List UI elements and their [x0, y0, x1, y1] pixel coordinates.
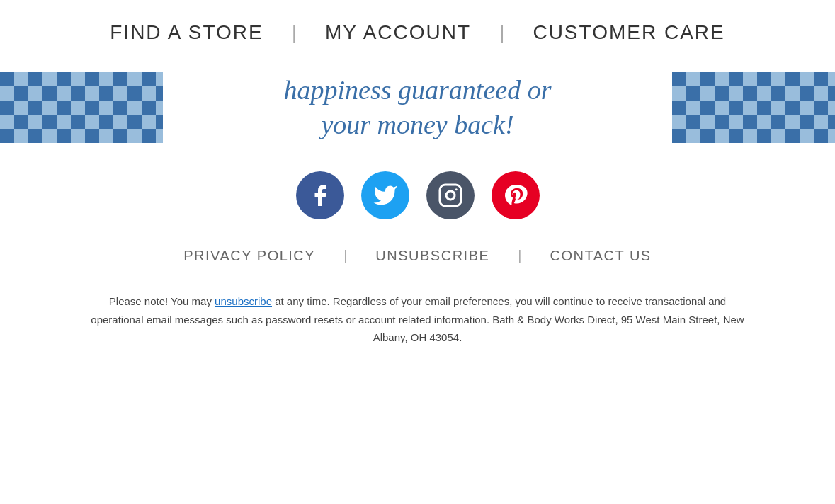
nav-separator-1: |: [292, 21, 297, 44]
nav-separator-2: |: [499, 21, 504, 44]
social-section: [296, 171, 540, 219]
facebook-icon[interactable]: [296, 171, 344, 219]
tagline-text: happiness guaranteed or your money back!: [284, 73, 552, 143]
disclaimer-section: Please note! You may unsubscribe at any …: [84, 292, 751, 347]
twitter-icon[interactable]: [361, 171, 409, 219]
top-navigation: FIND A STORE | MY ACCOUNT | CUSTOMER CAR…: [0, 21, 835, 44]
pinterest-icon[interactable]: [492, 171, 540, 219]
svg-rect-11: [672, 72, 835, 143]
instagram-icon[interactable]: [426, 171, 475, 219]
svg-rect-12: [440, 185, 461, 206]
gingham-right: [672, 72, 835, 143]
svg-rect-5: [0, 72, 163, 143]
disclaimer-text: Please note! You may unsubscribe at any …: [84, 292, 751, 347]
nav-customer-care[interactable]: CUSTOMER CARE: [504, 21, 753, 44]
nav-find-a-store[interactable]: FIND A STORE: [81, 21, 291, 44]
nav-unsubscribe[interactable]: UNSUBSCRIBE: [347, 248, 518, 264]
nav-privacy-policy[interactable]: PRIVACY POLICY: [155, 248, 343, 264]
bottom-navigation: PRIVACY POLICY | UNSUBSCRIBE | CONTACT U…: [0, 248, 835, 264]
gingham-left: [0, 72, 163, 143]
nav-my-account[interactable]: MY ACCOUNT: [297, 21, 499, 44]
disclaimer-unsubscribe-link[interactable]: unsubscribe: [215, 295, 272, 307]
nav-contact-us[interactable]: CONTACT US: [522, 248, 680, 264]
banner-section: happiness guaranteed or your money back!: [0, 72, 835, 143]
tagline-container: happiness guaranteed or your money back!: [163, 73, 672, 143]
